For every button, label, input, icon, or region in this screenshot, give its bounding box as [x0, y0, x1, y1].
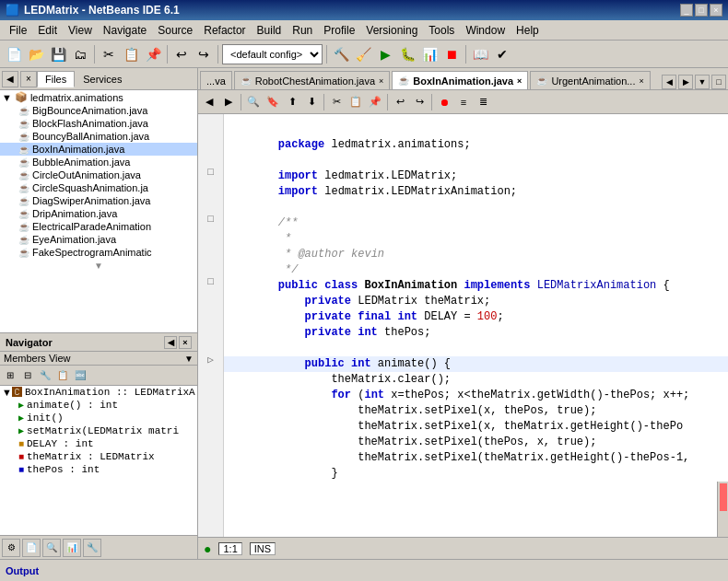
editor-format2-btn[interactable]: ≣ [474, 93, 492, 111]
list-item[interactable]: ☕ CircleSquashAnimation.ja [0, 181, 197, 194]
member-delay[interactable]: ■ DELAY : int [0, 437, 197, 450]
build-button[interactable]: 🔨 [331, 44, 351, 64]
menu-tools[interactable]: Tools [423, 22, 460, 39]
nav-btn-5[interactable]: 🔤 [72, 367, 88, 384]
nav-bottom-btn-1[interactable]: ⚙ [2, 539, 20, 557]
tree-root[interactable]: ▼ 📦 ledmatrix.animations [0, 90, 197, 104]
menu-versioning[interactable]: Versioning [360, 22, 423, 39]
copy-button[interactable]: 📋 [121, 44, 141, 64]
open-button[interactable]: 📂 [26, 44, 46, 64]
editor-paste2-btn[interactable]: 📌 [366, 93, 384, 111]
panel-collapse-button[interactable]: ◀ [2, 71, 18, 87]
fold-marker[interactable]: □ [198, 165, 223, 180]
fold-marker[interactable]: □ [198, 274, 223, 290]
class-root[interactable]: ▼ 🅲 BoxInAnimation :: LEDMatrixA [0, 386, 197, 399]
menu-window[interactable]: Window [460, 22, 511, 39]
member-animate[interactable]: ▶ animate() : int [0, 399, 197, 412]
undo-button[interactable]: ↩ [171, 44, 192, 64]
save-button[interactable]: 💾 [48, 44, 68, 64]
editor-next-btn[interactable]: ⬇ [302, 93, 321, 111]
menu-file[interactable]: File [4, 22, 32, 39]
maximize-editor-button[interactable]: □ [711, 75, 726, 89]
member-thematrix[interactable]: ■ theMatrix : LEDMatrix [0, 450, 197, 463]
editor-tab-urgent[interactable]: ☕ UrgentAnimation... × [530, 71, 650, 89]
member-thepos[interactable]: ■ thePos : int [0, 463, 197, 476]
tab-scroll-right[interactable]: ▶ [678, 75, 693, 89]
close-tab-button[interactable]: × [639, 76, 643, 86]
menu-help[interactable]: Help [511, 22, 545, 39]
fold-marker[interactable]: □ [198, 212, 223, 227]
menu-source[interactable]: Source [152, 22, 198, 39]
paste-button[interactable]: 📌 [143, 44, 163, 64]
test-button[interactable]: ✔ [492, 44, 512, 64]
members-view-dropdown[interactable]: ▼ [184, 354, 194, 364]
editor-prev-btn[interactable]: ⬆ [283, 93, 301, 111]
code-editor[interactable]: package ledmatrix.animations; import led… [224, 114, 728, 537]
close-button[interactable]: × [710, 4, 722, 17]
nav-btn-2[interactable]: ⊟ [19, 367, 36, 384]
editor-cut2-btn[interactable]: ✂ [327, 93, 346, 111]
nav-btn-3[interactable]: 🔧 [37, 367, 53, 384]
list-item[interactable]: ☕ BoxInAnimation.java [0, 143, 197, 156]
list-item[interactable]: ☕ DiagSwiperAnimation.java [0, 194, 197, 207]
editor-tab-boxinanimation[interactable]: ☕ BoxInAnimation.java × [392, 71, 528, 89]
maximize-button[interactable]: □ [695, 4, 708, 17]
close-tab-button[interactable]: × [517, 76, 522, 86]
list-item[interactable]: ☕ BubbleAnimation.java [0, 156, 197, 168]
editor-undo2-btn[interactable]: ↩ [391, 93, 409, 111]
editor-format-btn[interactable]: ≡ [454, 93, 473, 111]
redo-button[interactable]: ↪ [194, 44, 214, 64]
editor-tab-va[interactable]: ...va [200, 71, 232, 89]
close-tab-button[interactable]: × [379, 76, 383, 86]
menu-build[interactable]: Build [252, 22, 288, 39]
tab-files[interactable]: Files [37, 71, 75, 87]
editor-search-btn[interactable]: 🔍 [244, 93, 263, 111]
tab-services[interactable]: Services [75, 71, 130, 87]
panel-menu-button[interactable]: × [20, 71, 37, 87]
javadoc-button[interactable]: 📖 [470, 44, 490, 64]
menu-run[interactable]: Run [287, 22, 318, 39]
save-all-button[interactable]: 🗂 [70, 44, 90, 64]
fold-marker-active[interactable]: ▷ [198, 353, 223, 368]
nav-bottom-btn-2[interactable]: 📄 [22, 539, 41, 557]
list-item[interactable]: ☕ BouncyBallAnimation.java [0, 130, 197, 143]
output-label[interactable]: Output [6, 565, 39, 576]
menu-navigate[interactable]: Navigate [98, 22, 152, 39]
navigator-collapse-button[interactable]: ◀ [164, 336, 177, 349]
minimize-button[interactable]: _ [680, 4, 693, 17]
debug-button[interactable]: 🐛 [397, 44, 417, 64]
list-item[interactable]: ☕ CircleOutAnimation.java [0, 168, 197, 181]
editor-back-btn[interactable]: ◀ [200, 93, 218, 111]
tab-dropdown[interactable]: ▼ [695, 75, 710, 89]
stop-button[interactable]: ⏹ [441, 44, 462, 64]
member-setmatrix[interactable]: ▶ setMatrix(LEDMatrix matri [0, 424, 197, 437]
editor-tab-robotchest[interactable]: ☕ RobotChestAnimation.java × [234, 71, 391, 89]
menu-view[interactable]: View [63, 22, 98, 39]
editor-redo2-btn[interactable]: ↪ [410, 93, 429, 111]
new-button[interactable]: 📄 [4, 44, 24, 64]
tab-scroll-left[interactable]: ◀ [662, 75, 676, 89]
file-tree[interactable]: ▼ 📦 ledmatrix.animations ☕ BigBounceAnim… [0, 90, 197, 332]
list-item[interactable]: ☕ DripAnimation.java [0, 207, 197, 220]
menu-refactor[interactable]: Refactor [198, 22, 251, 39]
cut-button[interactable]: ✂ [99, 44, 119, 64]
list-item[interactable]: ☕ BigBounceAnimation.java [0, 104, 197, 117]
clean-build-button[interactable]: 🧹 [353, 44, 373, 64]
window-controls[interactable]: _ □ × [680, 4, 722, 17]
list-item[interactable]: ☕ EyeAnimation.java [0, 233, 197, 246]
editor-forward-btn[interactable]: ▶ [219, 93, 238, 111]
list-item[interactable]: ☕ BlockFlashAnimation.java [0, 117, 197, 130]
run-button[interactable]: ▶ [375, 44, 395, 64]
nav-btn-4[interactable]: 📋 [54, 367, 71, 384]
profile-button[interactable]: 📊 [419, 44, 440, 64]
navigator-close-button[interactable]: × [179, 336, 192, 349]
list-item[interactable]: ☕ FakeSpectrogramAnimatic [0, 246, 197, 259]
config-select[interactable]: <default config> [222, 44, 323, 64]
menu-edit[interactable]: Edit [32, 22, 63, 39]
editor-copy2-btn[interactable]: 📋 [346, 93, 365, 111]
nav-bottom-btn-4[interactable]: 📊 [63, 539, 81, 557]
editor-bookmark-btn[interactable]: 🔖 [264, 93, 282, 111]
nav-bottom-btn-5[interactable]: 🔧 [83, 539, 101, 557]
nav-btn-1[interactable]: ⊞ [2, 367, 18, 384]
nav-bottom-btn-3[interactable]: 🔍 [42, 539, 61, 557]
